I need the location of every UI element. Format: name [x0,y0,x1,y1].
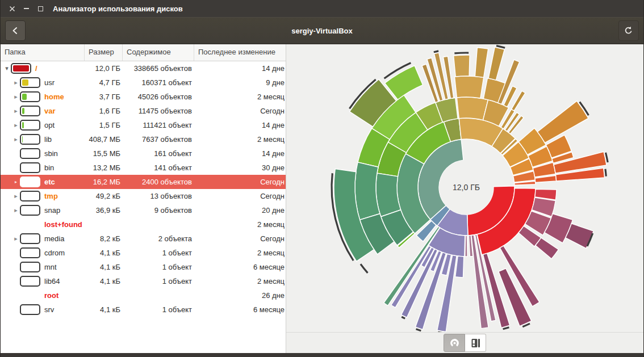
table-row[interactable]: ▸var1,6 ГБ11475 объектовСегодн [1,104,286,118]
folder-usage-icon [20,191,40,201]
table-row[interactable]: ▸lib408,7 МБ7637 объектов2 месяц [1,132,286,146]
window-title: Анализатор использования дисков [53,5,183,13]
cell-contents: 161 объект [123,146,194,161]
folder-name: mnt [44,260,57,274]
cell-contents [123,217,194,232]
refresh-icon [624,26,634,36]
cell-modified: Сегодн [194,232,286,246]
treemap-view-button[interactable] [465,334,486,352]
cell-modified: 2 месяц [194,274,286,288]
ring-segment[interactable] [376,173,401,217]
back-button[interactable] [5,20,26,41]
table-row[interactable]: ▸etc16,2 МБ2400 объектовСегодн [1,175,286,189]
cell-contents: 1 объект [123,246,194,260]
table-row[interactable]: sbin15,5 МБ161 объект14 дне [1,146,286,161]
cell-modified: 14 дне [194,146,286,161]
more-levels-arc [454,53,469,53]
folder-usage-icon [20,177,40,187]
folder-name: cdrom [44,246,65,260]
ring-segment[interactable] [488,47,504,80]
folder-usage-icon [20,148,40,159]
chart-center-label: 12,0 ГБ [453,183,480,192]
table-row[interactable]: mnt4,1 кБ1 объект6 месяце [1,260,286,274]
cell-size: 8,2 кБ [85,232,123,246]
tree-rows: ▾/12,0 ГБ338665 объектов14 дне▸usr4,7 ГБ… [1,61,286,353]
table-row[interactable]: bin13,2 МБ141 объект30 дне [1,161,286,175]
folder-usage-icon [20,77,40,88]
cell-contents: 11475 объектов [123,104,194,118]
cell-contents: 7637 объектов [123,132,194,146]
folder-usage-icon [20,304,40,315]
folder-usage-icon [20,262,40,272]
folder-usage-icon [20,134,40,145]
cell-contents: 2 объекта [123,232,194,246]
ring-segment[interactable] [455,76,484,98]
folder-name: var [44,104,56,118]
cell-contents: 111421 объект [123,118,194,132]
cell-contents: 9 объектов [123,203,194,217]
folder-name: media [44,232,64,246]
table-row[interactable]: ▸usr4,7 ГБ160371 объект9 дне [1,75,286,90]
rings-chart-icon [450,338,459,348]
cell-size: 4,1 кБ [85,246,123,260]
ring-segment[interactable] [536,238,559,259]
table-row[interactable]: srv4,1 кБ1 объект6 месяце [1,303,286,317]
folder-name: lib [44,132,52,146]
minimize-button[interactable] [22,5,30,12]
cell-modified: Сегодн [194,175,286,189]
expander-icon[interactable]: ▸ [12,175,20,189]
maximize-button[interactable] [36,5,44,12]
table-row[interactable]: cdrom4,1 кБ1 объект2 месяц [1,246,286,260]
cell-contents: 2400 объектов [123,175,194,189]
expander-icon[interactable]: ▸ [12,75,20,90]
folder-usage-icon [11,63,31,74]
rings-chart-svg: 12,0 ГБ [286,44,643,332]
table-row[interactable]: lib644,1 кБ1 объект2 месяц [1,274,286,288]
table-row[interactable]: ▸media8,2 кБ2 объектаСегодн [1,232,286,246]
table-row[interactable]: ▸opt1,5 ГБ111421 объект14 дне [1,118,286,132]
refresh-button[interactable] [618,20,639,41]
column-header-size[interactable]: Размер [85,44,123,61]
cell-contents: 13 объектов [123,189,194,203]
table-row[interactable]: ▸tmp49,2 кБ13 объектовСегодн [1,189,286,203]
cell-modified: 6 месяце [194,303,286,317]
headerbar: sergiy-VirtualBox [1,17,643,44]
cell-contents: 160371 объект [123,75,194,90]
ring-segment[interactable] [355,162,380,220]
table-row[interactable]: ▸home3,7 ГБ45026 объектов2 месяц [1,90,286,104]
expander-icon[interactable]: ▸ [12,90,20,104]
ring-segment[interactable] [457,97,488,120]
column-header-folder[interactable]: Папка [1,44,85,61]
cell-size: 49,2 кБ [85,189,123,203]
column-header-contents[interactable]: Содержимое [123,44,194,61]
table-row[interactable]: root26 дне [1,288,286,303]
cell-contents: 141 объект [123,161,194,175]
folder-name: root [44,288,58,303]
folder-name: bin [44,161,54,175]
ring-segment[interactable] [475,48,488,78]
expander-icon[interactable]: ▸ [12,118,20,132]
app-window: Анализатор использования дисков sergiy-V… [0,0,644,357]
column-header-modified[interactable]: Последнее изменение [194,44,286,61]
view-switch [444,334,486,352]
cell-modified: Сегодн [194,189,286,203]
cell-size: 36,9 кБ [85,203,123,217]
cell-size: 4,1 кБ [85,274,123,288]
table-row[interactable]: ▾/12,0 ГБ338665 объектов14 дне [1,61,286,75]
expander-icon[interactable]: ▸ [12,132,20,146]
rings-view-button[interactable] [444,334,465,352]
close-button[interactable] [8,5,16,12]
expander-icon[interactable]: ▸ [12,104,20,118]
expander-icon[interactable]: ▾ [3,61,11,75]
expander-icon[interactable]: ▸ [12,189,20,203]
table-row[interactable]: lost+found2 месяц [1,217,286,232]
table-row[interactable]: ▸snap36,9 кБ9 объектов20 дне [1,203,286,217]
folder-name: lib64 [44,274,60,288]
cell-modified: 9 дне [194,75,286,90]
folder-name: lost+found [44,217,82,232]
ring-segment[interactable] [454,55,470,77]
expander-icon[interactable]: ▸ [12,203,20,217]
ring-segment[interactable] [465,236,467,257]
folder-name: snap [44,203,60,217]
expander-icon[interactable]: ▸ [12,232,20,246]
